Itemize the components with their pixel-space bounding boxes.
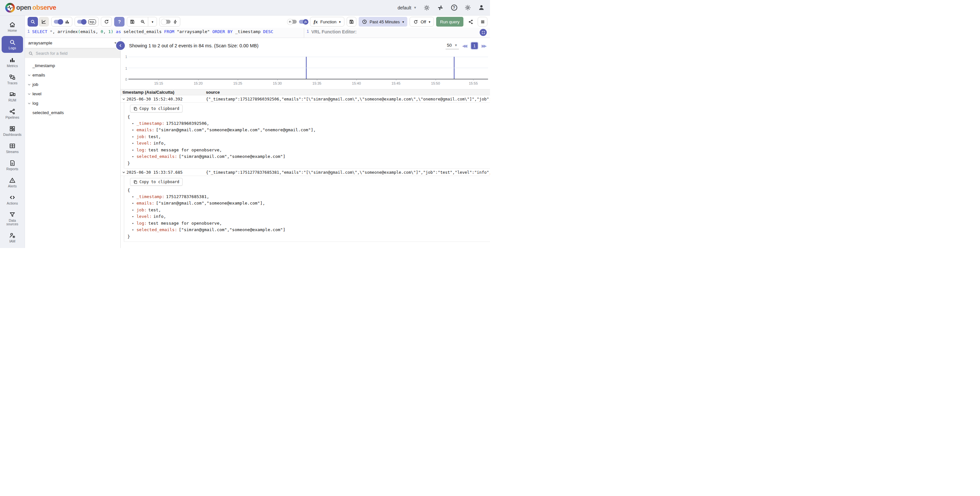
sidebar-item-traces[interactable]: Traces [0, 71, 25, 88]
x-axis-tick: 15:20 [194, 81, 203, 85]
settings-gear-icon[interactable] [464, 4, 471, 11]
multi-line-toggle[interactable] [288, 20, 297, 24]
sidebar-item-iam[interactable]: IAM [0, 229, 25, 246]
funnel-icon [9, 211, 16, 218]
sidebar-item-dashboards[interactable]: Dashboards [0, 122, 25, 139]
vrl-function-editor[interactable]: 1 VRL Function Editor: [304, 28, 490, 38]
run-query-button[interactable]: Run query [436, 17, 463, 27]
triangle-down-icon[interactable]: ▾ [132, 207, 137, 214]
function-dropdown[interactable]: fx Function ▾ [310, 17, 344, 27]
copy-to-clipboard-button[interactable]: Copy to clipboard [130, 105, 183, 113]
sidebar-item-pipelines[interactable]: Pipelines [0, 105, 25, 122]
saved-search-dropdown[interactable]: ▾ [148, 17, 157, 27]
sidebar-label: Metrics [7, 64, 18, 68]
sidebar-item-metrics[interactable]: Metrics [0, 54, 25, 71]
field-search-input[interactable] [36, 51, 117, 56]
organization-value: default [398, 5, 411, 10]
field-item-selected-emails[interactable]: selected_emails [25, 108, 120, 118]
events-histogram[interactable]: 1 1 0 15:15 15:20 15:25 15:30 15:35 [121, 54, 489, 88]
sidebar-item-streams[interactable]: Streams [0, 139, 25, 157]
slack-icon[interactable] [437, 4, 444, 11]
share-link-button[interactable] [466, 17, 476, 27]
triangle-down-icon[interactable]: ▾ [132, 194, 137, 200]
chevron-down-icon[interactable] [121, 170, 126, 174]
stream-selector[interactable]: arraysample ▼ [25, 38, 120, 48]
saved-searches-button[interactable] [137, 17, 148, 27]
field-item-emails[interactable]: emails [25, 70, 120, 80]
triangle-down-icon[interactable]: ▾ [132, 154, 137, 160]
chevron-down-icon [27, 102, 31, 105]
line-number: 1 [304, 29, 311, 34]
openobserve-app: openobserve default ▼ ? [0, 0, 490, 248]
copy-icon [133, 107, 137, 111]
sidebar-label: IAM [10, 240, 16, 243]
triangle-down-icon[interactable]: ▾ [132, 200, 137, 207]
triangle-down-icon[interactable]: ▾ [132, 127, 137, 134]
refresh-interval-button[interactable]: Off ▾ [410, 17, 434, 27]
field-item-log[interactable]: log [25, 99, 120, 108]
account-icon[interactable] [478, 4, 485, 11]
copy-to-clipboard-button[interactable]: Copy to clipboard [130, 178, 183, 186]
y-axis-tick: 0 [123, 78, 127, 81]
sidebar-item-data-sources[interactable]: Data sources [0, 208, 25, 229]
triangle-down-icon[interactable]: ▾ [132, 221, 137, 227]
sidebar-item-reports[interactable]: Reports [0, 157, 25, 174]
document-icon [9, 160, 16, 166]
save-search-button[interactable] [127, 17, 137, 27]
chevron-down-icon: ▾ [339, 20, 341, 24]
app-shell: Home Logs Metrics Traces RUM Pipelines [0, 16, 490, 248]
time-range-button[interactable]: Past 45 Minutes ▾ [359, 17, 407, 27]
triangle-down-icon[interactable]: ▾ [132, 147, 137, 154]
results-summary: Showing 1 to 2 out of 2 events in 84 ms.… [129, 43, 258, 48]
menu-button[interactable] [478, 17, 487, 27]
line-number: 1 [25, 29, 32, 34]
quick-mode-toggle[interactable] [162, 20, 170, 24]
sidebar-item-logs[interactable]: Logs [2, 36, 23, 53]
sql-query-text: SELECT *, arrindex(emails, 0, 1) as sele… [32, 29, 274, 35]
organization-selector[interactable]: default ▼ [398, 5, 417, 10]
histogram-toggle[interactable] [54, 20, 63, 24]
search-mode-button[interactable] [27, 17, 38, 27]
last-page-button[interactable]: ▶▶ [482, 43, 487, 48]
chevron-down-icon: ▾ [429, 20, 430, 24]
field-item-timestamp[interactable]: _timestamp [25, 61, 120, 70]
triangle-down-icon[interactable]: ▾ [132, 214, 137, 220]
table-row[interactable]: 2025-06-30 15:33:57.685 {"_timestamp":17… [121, 169, 490, 176]
triangle-down-icon[interactable]: ▾ [132, 140, 137, 147]
field-item-job[interactable]: job [25, 80, 120, 89]
chevron-down-icon: ▼ [454, 43, 458, 47]
save-function-button[interactable] [347, 17, 356, 27]
visualize-mode-button[interactable] [38, 17, 49, 27]
triangle-down-icon[interactable]: ▾ [132, 227, 137, 234]
vrl-editor-placeholder: VRL Function Editor: [311, 29, 357, 35]
sidebar-label: Actions [7, 202, 18, 205]
collapse-fields-button[interactable] [116, 41, 125, 50]
chevron-down-icon[interactable] [121, 97, 126, 101]
sidebar-item-actions[interactable]: Actions [0, 191, 25, 208]
chevron-down-icon [27, 83, 31, 87]
help-icon[interactable]: ? [450, 4, 458, 11]
first-page-button[interactable]: ◀◀ [462, 43, 467, 48]
page-number-button[interactable]: 1 [471, 42, 478, 49]
sidebar-item-alerts[interactable]: Alerts [0, 174, 25, 191]
sidebar-item-home[interactable]: Home [0, 18, 25, 35]
page-size-select[interactable]: 50 ▼ [445, 42, 459, 49]
sql-mode-toggle[interactable] [77, 20, 86, 24]
top-bar: openobserve default ▼ ? [0, 0, 490, 16]
sidebar-item-rum[interactable]: RUM [0, 88, 25, 105]
table-row[interactable]: 2025-06-30 15:52:40.392 {"_timestamp":17… [121, 95, 490, 103]
query-help-button[interactable]: ? [114, 17, 124, 27]
fullscreen-button[interactable] [480, 29, 487, 36]
field-item-level[interactable]: level [25, 89, 120, 99]
vrl-function-toggle[interactable]: fx [299, 20, 308, 24]
triangle-down-icon[interactable]: ▾ [132, 121, 137, 127]
clock-icon [362, 19, 367, 24]
theme-toggle-icon[interactable] [423, 4, 430, 11]
y-axis-tick: 1 [123, 67, 127, 70]
row-source: {"_timestamp":1751277837685381,"emails":… [206, 170, 490, 175]
reset-filters-button[interactable] [101, 17, 111, 27]
sidebar-label: Logs [9, 46, 16, 50]
triangle-down-icon[interactable]: ▾ [132, 134, 137, 140]
y-axis-tick: 1 [123, 55, 127, 59]
sql-query-editor[interactable]: 1 SELECT *, arrindex(emails, 0, 1) as se… [25, 28, 304, 38]
